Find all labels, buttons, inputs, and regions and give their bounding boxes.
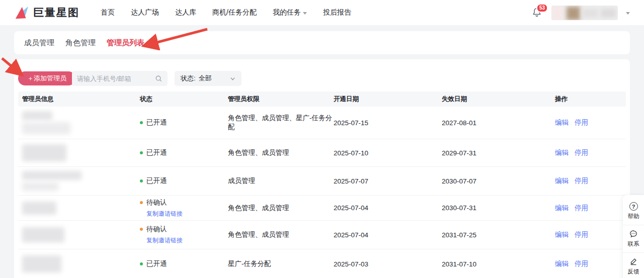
notification-badge: 53 — [536, 4, 548, 13]
redacted-block — [601, 9, 616, 18]
status-dot-pending — [140, 228, 143, 231]
settings-tab-bar: 成员管理 角色管理 管理员列表 — [14, 31, 630, 54]
col-header-admin-info: 管理员信息 — [18, 95, 140, 104]
status-cell: 待确认 复制邀请链接 — [140, 225, 228, 245]
nav-item-my-tasks-label: 我的任务 — [273, 8, 301, 17]
edit-link[interactable]: 编辑 — [555, 231, 569, 238]
open-date-cell: 2025-07-04 — [334, 204, 442, 212]
permissions-cell: 角色管理、成员管理 — [228, 148, 334, 157]
admin-table: 管理员信息 状态 管理员权限 开通日期 失效日期 操作 已开通 角色管理、成员管… — [18, 91, 626, 278]
nav-item-post-report[interactable]: 投后报告 — [323, 8, 351, 17]
admin-info-redacted — [18, 171, 140, 191]
expire-date-cell: 2030-07-31 — [442, 204, 555, 212]
actions-cell: 编辑停用 — [555, 176, 626, 186]
open-date-cell: 2025-07-07 — [334, 177, 442, 185]
open-date-cell: 2025-07-10 — [334, 149, 442, 157]
tab-role-management[interactable]: 角色管理 — [65, 38, 96, 48]
search-icon[interactable] — [155, 75, 163, 82]
copy-invite-link[interactable]: 复制邀请链接 — [146, 210, 228, 218]
actions-cell: 编辑停用 — [555, 259, 626, 268]
redacted-block — [22, 122, 70, 134]
redacted-block — [583, 9, 598, 18]
table-row: 已开通 角色管理、成员管理 2025-07-10 2029-07-31 编辑停用 — [18, 139, 626, 167]
admin-info-redacted — [18, 255, 140, 272]
table-header-row: 管理员信息 状态 管理员权限 开通日期 失效日期 操作 — [18, 91, 626, 107]
xingtu-logo-icon — [14, 5, 29, 20]
edit-link[interactable]: 编辑 — [555, 177, 569, 184]
status-filter-label: 状态: — [181, 74, 196, 83]
status-cell: 已开通 — [140, 118, 228, 127]
disable-link[interactable]: 停用 — [575, 204, 588, 212]
table-row: 已开通 角色管理、成员管理、星广-任务分配 2025-07-15 2027-08… — [18, 107, 626, 139]
disable-link[interactable]: 停用 — [575, 119, 588, 126]
admin-list-panel: ＋添加管理员 状态: 全部 管理员信息 状态 管理员权限 开通日期 失效日期 操… — [14, 59, 630, 278]
redacted-block — [22, 202, 56, 215]
admin-info-redacted — [18, 227, 140, 242]
open-date-cell: 2025-07-15 — [334, 119, 442, 127]
nav-item-creator-square[interactable]: 达人广场 — [131, 8, 159, 17]
col-header-status: 状态 — [140, 95, 228, 104]
chevron-down-icon — [230, 76, 235, 81]
notification-bell[interactable]: 53 — [531, 7, 543, 19]
redacted-block — [22, 144, 66, 161]
help-button[interactable]: ? 帮助 — [623, 198, 644, 225]
nav-item-home[interactable]: 首页 — [101, 8, 115, 17]
edit-link[interactable]: 编辑 — [555, 119, 569, 126]
disable-link[interactable]: 停用 — [575, 231, 588, 238]
actions-cell: 编辑停用 — [555, 230, 626, 239]
nav-item-creator-library[interactable]: 达人库 — [175, 8, 196, 17]
disable-link[interactable]: 停用 — [575, 260, 588, 267]
col-header-expire-date: 失效日期 — [442, 95, 555, 104]
main-menu: 首页 达人广场 达人库 商机/任务分配 我的任务 投后报告 — [101, 8, 351, 17]
chat-bubble-icon — [629, 229, 638, 238]
disable-link[interactable]: 停用 — [575, 177, 588, 184]
admin-info-redacted — [18, 111, 140, 134]
pencil-icon — [629, 257, 638, 266]
actions-cell: 编辑停用 — [555, 118, 626, 127]
user-dropdown-chevron-icon[interactable] — [626, 12, 630, 15]
chevron-down-icon — [303, 12, 307, 15]
tab-member-management[interactable]: 成员管理 — [24, 38, 54, 48]
redacted-block — [22, 111, 52, 120]
expire-date-cell: 2031-07-10 — [442, 260, 555, 268]
col-header-permissions: 管理员权限 — [228, 95, 334, 104]
redacted-block — [567, 7, 580, 20]
permissions-cell: 星广-任务分配 — [228, 259, 334, 268]
edit-link[interactable]: 编辑 — [555, 260, 569, 267]
redacted-block — [22, 182, 58, 191]
actions-cell: 编辑停用 — [555, 148, 626, 157]
open-date-cell: 2025-07-04 — [334, 231, 442, 239]
status-dot-active — [140, 262, 143, 265]
contact-button[interactable]: 联系 — [623, 225, 644, 252]
redacted-block — [551, 6, 562, 20]
actions-cell: 编辑停用 — [555, 204, 626, 213]
permissions-cell: 角色管理、成员管理 — [228, 204, 334, 213]
open-date-cell: 2025-07-03 — [334, 260, 442, 268]
nav-right-area: 53 — [531, 6, 630, 20]
status-filter-dropdown[interactable]: 状态: 全部 — [175, 71, 242, 86]
expire-date-cell: 2030-07-07 — [442, 177, 555, 185]
status-dot-active — [140, 151, 143, 154]
search-input[interactable] — [77, 75, 155, 82]
status-text: 已开通 — [146, 177, 167, 184]
expire-date-cell: 2031-07-25 — [442, 231, 555, 239]
search-box — [72, 71, 168, 86]
feedback-button[interactable]: 反馈 — [623, 252, 644, 278]
nav-item-task-assign[interactable]: 商机/任务分配 — [212, 8, 257, 17]
disable-link[interactable]: 停用 — [575, 149, 588, 156]
redacted-block — [22, 255, 61, 272]
xingtu-logo[interactable]: 巨量星图 — [14, 5, 79, 20]
status-cell: 已开通 — [140, 259, 228, 268]
expire-date-cell: 2029-07-31 — [442, 149, 555, 157]
status-cell: 待确认 复制邀请链接 — [140, 198, 228, 218]
add-admin-button[interactable]: ＋添加管理员 — [18, 71, 75, 85]
tab-admin-list[interactable]: 管理员列表 — [107, 38, 144, 48]
status-filter-value: 全部 — [199, 74, 227, 83]
user-account-redacted[interactable] — [551, 6, 618, 20]
redacted-block — [22, 227, 64, 242]
edit-link[interactable]: 编辑 — [555, 204, 569, 212]
floating-help-panel: ? 帮助 联系 反馈 — [623, 195, 644, 278]
nav-item-my-tasks[interactable]: 我的任务 — [273, 8, 307, 17]
edit-link[interactable]: 编辑 — [555, 149, 569, 156]
copy-invite-link[interactable]: 复制邀请链接 — [146, 236, 228, 245]
